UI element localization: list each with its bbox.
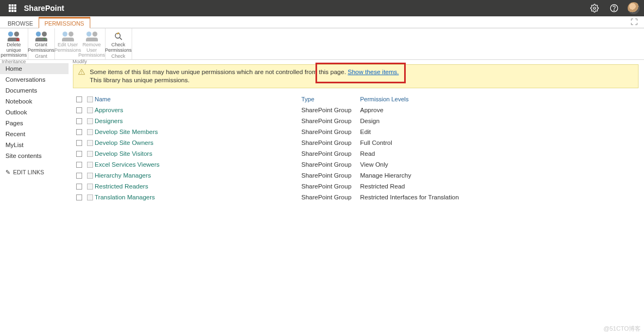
select-all-checkbox[interactable] (76, 96, 82, 102)
row-checkbox[interactable] (76, 107, 82, 113)
help-icon (610, 4, 618, 13)
edit-links-button[interactable]: EDIT LINKS (0, 167, 69, 178)
group-icon (87, 194, 93, 200)
focus-content-button[interactable] (630, 17, 639, 28)
remove-user-permissions-button[interactable]: Remove UserPermissions (81, 29, 103, 58)
row-checkbox[interactable] (76, 184, 82, 190)
notif-text-1: Some items of this list may have unique … (90, 69, 348, 75)
row-checkbox[interactable] (76, 194, 82, 200)
group-icon (87, 129, 93, 135)
principal-type: SharePoint Group (301, 107, 360, 113)
row-checkbox[interactable] (76, 151, 82, 157)
suite-title: SharePoint (24, 4, 64, 13)
table-row: Develop Site MembersSharePoint GroupEdit (73, 126, 639, 137)
sidebar-item-recent[interactable]: Recent (0, 129, 69, 139)
delete-unique-permissions-button[interactable]: ✖ Delete uniquepermissions (2, 29, 25, 58)
principal-name-link[interactable]: Develop Site Visitors (95, 150, 152, 157)
people-edit-icon (61, 32, 75, 41)
principal-name-link[interactable]: Develop Site Owners (95, 139, 153, 146)
principal-name-link[interactable]: Designers (95, 118, 123, 124)
sidebar-item-pages[interactable]: Pages (0, 118, 69, 129)
row-checkbox[interactable] (76, 129, 82, 135)
table-row: Translation ManagersSharePoint GroupRest… (73, 192, 639, 203)
table-row: Develop Site OwnersSharePoint GroupFull … (73, 137, 639, 148)
column-header-permission-levels[interactable]: Permission Levels (360, 96, 639, 102)
gear-icon (590, 4, 599, 13)
sidebar-item-mylist[interactable]: MyList (0, 139, 69, 150)
sidebar-item-conversations[interactable]: Conversations (0, 74, 69, 85)
edit-user-permissions-button[interactable]: Edit UserPermissions (57, 29, 79, 53)
help-button[interactable] (608, 2, 620, 14)
row-checkbox[interactable] (76, 162, 82, 168)
table-row: ApproversSharePoint GroupApprove (73, 105, 639, 115)
permission-levels: Design (360, 118, 639, 124)
tab-permissions[interactable]: PERMISSIONS (39, 18, 90, 28)
principal-type: SharePoint Group (301, 150, 360, 157)
principal-name-link[interactable]: Approvers (95, 107, 123, 113)
svg-point-0 (593, 7, 596, 9)
svg-rect-5 (82, 71, 82, 72)
permission-levels: Full Control (360, 139, 639, 146)
principal-type: SharePoint Group (301, 172, 360, 179)
principal-name-link[interactable]: Excel Services Viewers (95, 161, 159, 168)
permission-levels: Restricted Interfaces for Translation (360, 194, 639, 200)
tab-browse[interactable]: BROWSE (2, 19, 39, 28)
group-icon (87, 140, 93, 146)
notif-text-2: This library has unique permissions. (90, 77, 189, 83)
people-delete-icon: ✖ (7, 32, 20, 41)
group-icon (87, 162, 93, 168)
principal-type: SharePoint Group (301, 118, 360, 124)
grant-permissions-button[interactable]: ＋ GrantPermissions (30, 29, 53, 53)
permission-levels: View Only (360, 161, 639, 168)
permission-levels: Read (360, 150, 639, 157)
column-header-type[interactable]: Type (301, 96, 360, 102)
principal-type: SharePoint Group (301, 129, 360, 135)
table-row: Hierarchy ManagersSharePoint GroupManage… (73, 170, 639, 181)
row-checkbox[interactable] (76, 173, 82, 179)
row-checkbox[interactable] (76, 140, 82, 146)
sidebar-item-site-contents[interactable]: Site contents (0, 150, 69, 161)
people-remove-icon (85, 32, 98, 41)
sidebar-item-outlook[interactable]: Outlook (0, 107, 69, 118)
check-permissions-button[interactable]: CheckPermissions (107, 29, 130, 53)
group-icon (87, 107, 93, 113)
settings-button[interactable] (589, 2, 600, 14)
permission-levels: Approve (360, 107, 639, 113)
type-icon-header (87, 96, 93, 102)
focus-icon (630, 17, 639, 26)
sidebar-item-documents[interactable]: Documents (0, 85, 69, 96)
principal-type: SharePoint Group (301, 139, 360, 146)
group-icon (87, 173, 93, 179)
user-avatar[interactable] (628, 2, 640, 14)
sidebar-item-home[interactable]: Home (0, 63, 69, 74)
svg-point-4 (81, 73, 82, 74)
sidebar-item-notebook[interactable]: Notebook (0, 96, 69, 107)
quick-launch-sidebar: HomeConversationsDocumentsNotebookOutloo… (0, 60, 69, 208)
warning-icon (78, 68, 85, 78)
table-row: Restricted ReadersSharePoint GroupRestri… (73, 181, 639, 192)
principal-type: SharePoint Group (301, 194, 360, 200)
principal-name-link[interactable]: Restricted Readers (95, 183, 148, 190)
group-icon (87, 184, 93, 190)
column-header-name[interactable]: Name (95, 96, 301, 102)
principal-name-link[interactable]: Hierarchy Managers (95, 172, 151, 179)
app-launcher[interactable] (4, 4, 21, 12)
group-icon (87, 118, 93, 124)
table-row: DesignersSharePoint GroupDesign (73, 115, 639, 126)
group-icon (87, 151, 93, 157)
principal-name-link[interactable]: Translation Managers (95, 194, 155, 200)
svg-point-2 (614, 10, 614, 10)
permission-levels: Edit (360, 129, 639, 135)
permissions-notification: Some items of this list may have unique … (73, 64, 639, 88)
show-these-items-link[interactable]: Show these items. (348, 69, 399, 75)
waffle-icon (9, 4, 16, 12)
table-row: Develop Site VisitorsSharePoint GroupRea… (73, 148, 639, 159)
permission-levels: Manage Hierarchy (360, 172, 639, 179)
principal-type: SharePoint Group (301, 161, 360, 168)
permission-levels: Restricted Read (360, 183, 639, 190)
ribbon-group-grant: Grant (35, 53, 47, 59)
table-row: Excel Services ViewersSharePoint GroupVi… (73, 159, 639, 170)
principal-name-link[interactable]: Develop Site Members (95, 129, 158, 135)
check-permissions-icon (114, 31, 123, 42)
row-checkbox[interactable] (76, 118, 82, 124)
